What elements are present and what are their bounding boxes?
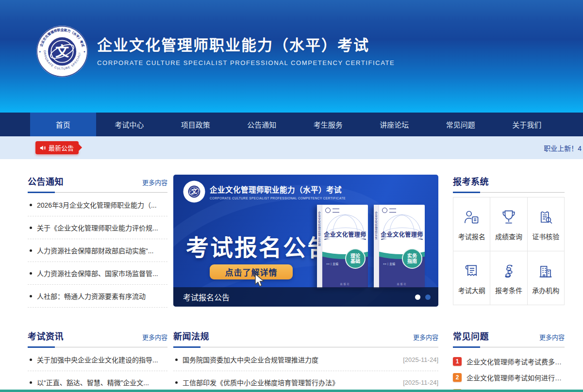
nav-item-policies[interactable]: 项目政策 bbox=[163, 113, 229, 136]
banner-brand: 文 企业文化管理师职业能力（水平）考试 CORPORATE CULTURE SP… bbox=[183, 180, 346, 203]
announcement-item[interactable]: 2026年3月企业文化管理师职业能力（... bbox=[28, 194, 167, 216]
banner-headline: 考试报名公告 bbox=[186, 229, 332, 262]
announcements-more-link[interactable]: 更多内容 bbox=[142, 178, 167, 187]
book-spine-text: 企业文化管理师理论基础 bbox=[317, 212, 321, 246]
book-publisher: 出版社 bbox=[379, 282, 425, 285]
carousel-banner[interactable]: 文 企业文化管理师职业能力（水平）考试 CORPORATE CULTURE SP… bbox=[173, 175, 438, 307]
news-item[interactable]: 工信部印发《优质中小企业梯度培育管理暂行办法》[2025-11-24] bbox=[173, 371, 438, 392]
bullet-icon bbox=[30, 272, 32, 275]
banner-logo-icon: 文 bbox=[183, 180, 205, 203]
banner-caption-bar: 考试报名公告 bbox=[173, 287, 438, 307]
latest-notice-badge[interactable]: 最新公告 bbox=[35, 141, 79, 154]
banner-brand-title: 企业文化管理师职业能力（水平）考试 bbox=[210, 184, 346, 195]
banner-column: 文 企业文化管理师职业能力（水平）考试 CORPORATE CULTURE SP… bbox=[173, 175, 438, 307]
bullet-icon bbox=[30, 227, 32, 229]
announcement-item[interactable]: 关于《企业文化管理师职业能力评价规... bbox=[28, 216, 167, 239]
content-row-2: 考试资讯 更多内容 关于加强中央企业企业文化建设的指导... 以“正直、豁达、智… bbox=[28, 329, 565, 392]
site-title: 企业文化管理师职业能力（水平）考试 bbox=[97, 36, 395, 54]
certificate-search-icon bbox=[536, 208, 555, 227]
nav-item-faq[interactable]: 常见问题 bbox=[428, 113, 494, 136]
nav-item-about-us[interactable]: 关于我们 bbox=[494, 113, 560, 136]
building-icon bbox=[536, 261, 555, 281]
mouse-cursor-icon bbox=[253, 273, 266, 288]
nav-item-announcements[interactable]: 公告通知 bbox=[229, 113, 295, 136]
site-logo-icon: 企业文化管理师职业能力（水平）考试 CORPORATE CULTURE SPEC… bbox=[36, 25, 88, 78]
book-spine-text: 企业文化管理师实务 bbox=[374, 212, 378, 240]
faq-more-link[interactable]: 更多内容 bbox=[539, 332, 565, 342]
announcements-section: 公告通知 更多内容 2026年3月企业文化管理师职业能力（... 关于《企业文化… bbox=[28, 175, 167, 308]
apply-cell-host-organizations[interactable]: 承办机构 bbox=[528, 251, 564, 305]
banner-brand-subtitle: CORPORATE CULTURE SPECIALIST PROFESSIONA… bbox=[210, 196, 346, 200]
apply-cell-exam-outline[interactable]: 考试大纲 bbox=[453, 251, 490, 305]
banner-detail-button[interactable]: 点击了解详情 bbox=[210, 264, 293, 279]
site-brand: 企业文化管理师职业能力（水平）考试 CORPORATE CULTURE SPEC… bbox=[36, 25, 395, 78]
news-regulations-title: 新闻法规 bbox=[173, 329, 209, 342]
carousel-dot[interactable] bbox=[425, 294, 431, 300]
svg-text:✦: ✦ bbox=[38, 50, 41, 53]
nav-item-candidate-services[interactable]: 考生服务 bbox=[295, 113, 362, 136]
exam-news-item[interactable]: 以“正直、豁达、智慧、精微”企业文... bbox=[28, 371, 167, 392]
book-author: ××丨主编 bbox=[383, 261, 395, 266]
flow-steps-icon bbox=[499, 261, 518, 281]
book-logo-icon bbox=[325, 208, 339, 213]
bullet-icon bbox=[30, 249, 32, 252]
exam-news-more-link[interactable]: 更多内容 bbox=[142, 332, 167, 342]
exam-news-section: 考试资讯 更多内容 关于加强中央企业企业文化建设的指导... 以“正直、豁达、智… bbox=[28, 329, 167, 392]
site-subtitle: CORPORATE CULTURE SPECIALIST PROFESSIONA… bbox=[97, 59, 395, 66]
news-date: [2025-11-24] bbox=[403, 379, 438, 386]
apply-cell-exam-registration[interactable]: 考试报名 bbox=[453, 197, 490, 251]
faq-item[interactable]: 1企业文化管理师考试考试费多少，... bbox=[453, 353, 565, 369]
news-date: [2025-11-24] bbox=[403, 356, 438, 363]
nav-item-lecture-forum[interactable]: 讲座论坛 bbox=[361, 113, 428, 136]
apply-cell-score-query[interactable]: 成绩查询 bbox=[490, 197, 527, 251]
book-title: 企业文化管理师 bbox=[379, 230, 425, 238]
book-badge: 实务指南 bbox=[402, 248, 422, 269]
notice-bar: 最新公告 职业上新！4 bbox=[0, 136, 583, 159]
announcement-item[interactable]: 人社部：畅通人力资源要素有序流动 bbox=[28, 285, 167, 308]
apply-system-title: 报考系统 bbox=[453, 175, 489, 187]
book-publisher: 出版社 bbox=[322, 282, 368, 285]
exam-news-item[interactable]: 关于加强中央企业企业文化建设的指导... bbox=[28, 348, 167, 371]
faq-section: 常见问题 更多内容 1企业文化管理师考试考试费多少，... 2企业文化管理师考试… bbox=[453, 329, 565, 392]
faq-rank-badge: 2 bbox=[453, 373, 462, 382]
textbook-cover: 企业文化管理师实务 企业文化管理师 职业能力水平考试指定教材 实务指南 ××丨主… bbox=[374, 205, 425, 288]
nav-item-home[interactable]: 首页 bbox=[30, 113, 97, 136]
book-author: ××丨主编 bbox=[326, 261, 338, 266]
main-content: 公告通知 更多内容 2026年3月企业文化管理师职业能力（... 关于《企业文化… bbox=[28, 159, 565, 392]
apply-cell-apply-conditions[interactable]: 报考条件 bbox=[490, 251, 527, 305]
news-regulations-section: 新闻法规 更多内容 国务院国资委加大中央企业合规管理推进力度[2025-11-2… bbox=[173, 329, 438, 392]
notice-ticker[interactable]: 职业上新！4 bbox=[544, 143, 582, 153]
scroll-document-icon bbox=[462, 261, 482, 281]
book-badge: 理论基础 bbox=[345, 248, 366, 269]
textbook-cover: 企业文化管理师理论基础 企业文化管理师 职业能力水平考试指定教材 理论基础 ××… bbox=[317, 205, 368, 288]
footer-top-edge bbox=[0, 390, 583, 392]
carousel-dots bbox=[410, 294, 431, 300]
announcement-item[interactable]: 人力资源社会保障部财政部启动实施“... bbox=[28, 239, 167, 262]
svg-text:文: 文 bbox=[191, 188, 197, 195]
logo-glyph: 文 bbox=[55, 44, 69, 59]
banner-caption-text: 考试报名公告 bbox=[183, 291, 410, 303]
latest-notice-label: 最新公告 bbox=[49, 143, 74, 152]
news-item[interactable]: 国务院国资委加大中央企业合规管理推进力度[2025-11-24] bbox=[173, 348, 438, 371]
main-nav: 首页 考试中心 项目政策 公告通知 考生服务 讲座论坛 常见问题 关于我们 bbox=[0, 113, 583, 136]
bullet-icon bbox=[30, 204, 32, 206]
apply-system-grid: 考试报名 成绩查询 证书核验 bbox=[453, 197, 565, 305]
apply-system-section: 报考系统 考试报名 成绩查询 bbox=[453, 175, 565, 305]
faq-title: 常见问题 bbox=[453, 329, 489, 342]
carousel-dot-active[interactable] bbox=[415, 294, 420, 300]
faq-rank-badge: 1 bbox=[453, 357, 462, 366]
bullet-icon bbox=[30, 359, 32, 361]
faq-item[interactable]: 2企业文化管理师考试如何进行报名... bbox=[453, 369, 565, 385]
brand-text: 企业文化管理师职业能力（水平）考试 CORPORATE CULTURE SPEC… bbox=[97, 36, 395, 66]
svg-text:✦: ✦ bbox=[83, 50, 86, 53]
page: 企业文化管理师职业能力（水平）考试 CORPORATE CULTURE SPEC… bbox=[0, 0, 583, 392]
apply-cell-certificate-verify[interactable]: 证书核验 bbox=[528, 197, 564, 251]
speaker-icon bbox=[39, 145, 46, 151]
site-header: 企业文化管理师职业能力（水平）考试 CORPORATE CULTURE SPEC… bbox=[0, 0, 583, 113]
news-regulations-more-link[interactable]: 更多内容 bbox=[413, 332, 438, 342]
announcements-title: 公告通知 bbox=[28, 175, 64, 187]
trophy-icon bbox=[499, 208, 518, 227]
announcement-item[interactable]: 人力资源社会保障部、国家市场监督管... bbox=[28, 262, 167, 285]
nav-item-exam-center[interactable]: 考试中心 bbox=[96, 113, 163, 136]
exam-news-title: 考试资讯 bbox=[28, 329, 64, 342]
